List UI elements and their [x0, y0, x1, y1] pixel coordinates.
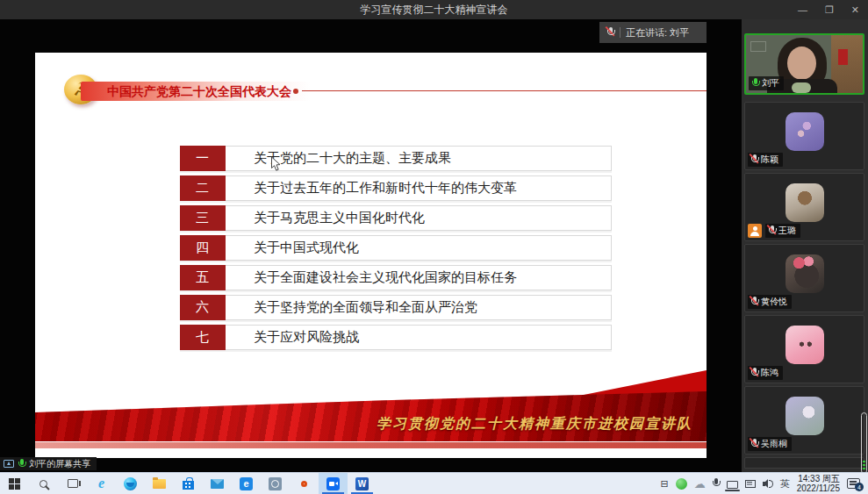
active-speaker-label: 正在讲话: 刘平 [626, 26, 689, 39]
participants-sidebar: 刘平 陈颖 王璐 [742, 19, 868, 472]
agenda-text: 关于坚持党的全面领导和全面从严治党 [226, 296, 611, 319]
internet-explorer-icon: e [98, 476, 104, 490]
notification-center-icon[interactable]: 4 [847, 478, 860, 489]
participant-tile-active[interactable]: 刘平 [744, 33, 864, 95]
participant-name: 陈颖 [761, 154, 778, 166]
presentation-slide: ☭ 中国共产党第二十次全国代表大会 一 关于党的二十大的主题、主要成果 二 关于… [35, 53, 707, 458]
notification-badge: 4 [855, 483, 864, 491]
participant-name: 吴雨桐 [761, 438, 787, 450]
volume-icon[interactable] [763, 479, 773, 489]
muted-mic-icon [768, 226, 776, 236]
clock-date: 2022/11/25 [797, 483, 840, 493]
taskbar-store[interactable] [174, 473, 203, 494]
agenda-number: 五 [180, 265, 226, 290]
laptop-icon[interactable] [727, 481, 738, 489]
window-title: 学习宣传贯彻二十大精神宣讲会 [361, 3, 508, 18]
participant-name: 陈鸿 [761, 367, 778, 379]
minimize-button[interactable]: — [798, 4, 807, 15]
agenda-number: 六 [180, 295, 226, 320]
divider [620, 27, 621, 38]
screen-share-banner: 刘平的屏幕共享 [0, 457, 97, 470]
window-controls: — ❐ ✕ [798, 0, 859, 19]
title-bar: 学习宣传贯彻二十大精神宣讲会 — ❐ ✕ [0, 0, 868, 19]
agenda-row: 五 关于全面建设社会主义现代化国家的目标任务 [180, 265, 612, 290]
maximize-button[interactable]: ❐ [825, 4, 834, 16]
taskbar-search[interactable] [29, 473, 58, 494]
participant-tile[interactable]: 陈颖 [744, 102, 864, 170]
tray-hidden-icons[interactable]: ⊟ [660, 479, 668, 489]
participant-tile[interactable]: 王璐 [744, 173, 864, 241]
agenda-text: 关于党的二十大的主题、主要成果 [226, 147, 611, 170]
close-button[interactable]: ✕ [851, 4, 859, 16]
person-badge-icon [748, 224, 762, 238]
taskbar-office[interactable] [290, 473, 319, 494]
video-person [792, 82, 811, 93]
taskbar-edge[interactable] [116, 473, 145, 494]
taskbar-mail[interactable] [203, 473, 232, 494]
meeting-app-icon [326, 477, 340, 490]
taskbar-word[interactable]: W [348, 473, 377, 494]
slide-header-banner: 中国共产党第二十次全国代表大会 [81, 82, 311, 101]
cloud-icon[interactable]: ☁ [694, 478, 706, 490]
participant-name-tag: 黄伶悦 [748, 295, 792, 309]
taskbar-camera[interactable] [261, 473, 290, 494]
agenda-row: 六 关于坚持党的全面领导和全面从严治党 [180, 295, 612, 320]
sidebar-scrollbar[interactable] [861, 412, 867, 472]
input-language-indicator[interactable]: 英 [780, 479, 790, 489]
participant-name: 刘平 [762, 77, 779, 89]
avatar [786, 112, 824, 151]
meeting-app-window: 学习宣传贯彻二十大精神宣讲会 — ❐ ✕ 正在讲话: 刘平 ☭ 中国共产党第二十… [0, 0, 868, 494]
avatar [786, 326, 824, 364]
participant-name-tag: 陈颖 [748, 153, 783, 167]
agenda-text: 关于全面建设社会主义现代化国家的目标任务 [226, 266, 611, 290]
participant-name-tag: 陈鸿 [748, 366, 783, 380]
task-view-icon [68, 479, 78, 488]
mouse-cursor [270, 156, 282, 173]
ribbon-text: 学习贯彻党的二十大精神重庆市进校园宣讲队 [377, 415, 692, 433]
taskbar-file-explorer[interactable] [145, 473, 174, 494]
screen-share-icon [4, 460, 14, 468]
start-button[interactable] [0, 473, 29, 494]
system-tray: ⊟ ☁ 英 14:33 周五 2022/11/25 4 [660, 473, 868, 494]
participant-name-tag: 吴雨桐 [748, 437, 792, 451]
task-view-button[interactable] [58, 473, 87, 494]
windows-logo-icon [9, 478, 20, 490]
participant-tile-partial[interactable] [744, 457, 864, 469]
participant-tile[interactable]: 吴雨桐 [744, 386, 864, 455]
screen-share-area: 正在讲话: 刘平 ☭ 中国共产党第二十次全国代表大会 一 关于党的二十大的主题、… [0, 19, 742, 472]
taskbar-tencent-meeting[interactable] [319, 473, 348, 494]
network-icon[interactable] [745, 480, 756, 488]
muted-mic-icon [750, 439, 758, 449]
taskbar-internet-explorer[interactable]: e [87, 473, 116, 494]
agenda-number: 四 [180, 235, 226, 261]
file-explorer-icon [153, 479, 166, 489]
agenda-row: 三 关于马克思主义中国化时代化 [180, 205, 612, 231]
search-icon [39, 480, 47, 488]
camera-icon [269, 477, 282, 490]
muted-mic-icon [750, 297, 758, 307]
ribbon-sub-strip [35, 442, 707, 448]
muted-mic-icon [750, 154, 758, 165]
participant-tile[interactable]: 黄伶悦 [744, 244, 864, 312]
agenda-row: 七 关于应对风险挑战 [180, 325, 612, 350]
avatar [786, 183, 824, 222]
screen-share-label: 刘平的屏幕共享 [29, 458, 90, 470]
agenda-text: 关于应对风险挑战 [226, 326, 611, 349]
participant-name-tag: 王璐 [765, 224, 800, 238]
participant-tile[interactable]: 陈鸿 [744, 315, 864, 383]
taskbar-e-app[interactable]: e [232, 473, 261, 494]
participant-name: 王璐 [778, 225, 796, 237]
slide-header-title: 中国共产党第二十次全国代表大会 [107, 82, 291, 101]
agenda-number: 二 [180, 175, 226, 201]
antivirus-icon[interactable] [676, 478, 687, 490]
muted-mic-icon [606, 27, 614, 38]
taskbar-clock[interactable]: 14:33 周五 2022/11/25 [797, 474, 840, 493]
main-area: 正在讲话: 刘平 ☭ 中国共产党第二十次全国代表大会 一 关于党的二十大的主题、… [0, 19, 868, 472]
windows-taskbar: e e W ⊟ ☁ 英 14:33 周五 2022/11/25 4 [0, 472, 868, 494]
agenda-number: 七 [180, 325, 226, 350]
participant-name: 黄伶悦 [761, 296, 787, 308]
avatar [786, 254, 824, 293]
video-person [787, 47, 816, 80]
microphone-tray-icon[interactable] [713, 478, 720, 489]
agenda-number: 三 [180, 205, 226, 231]
